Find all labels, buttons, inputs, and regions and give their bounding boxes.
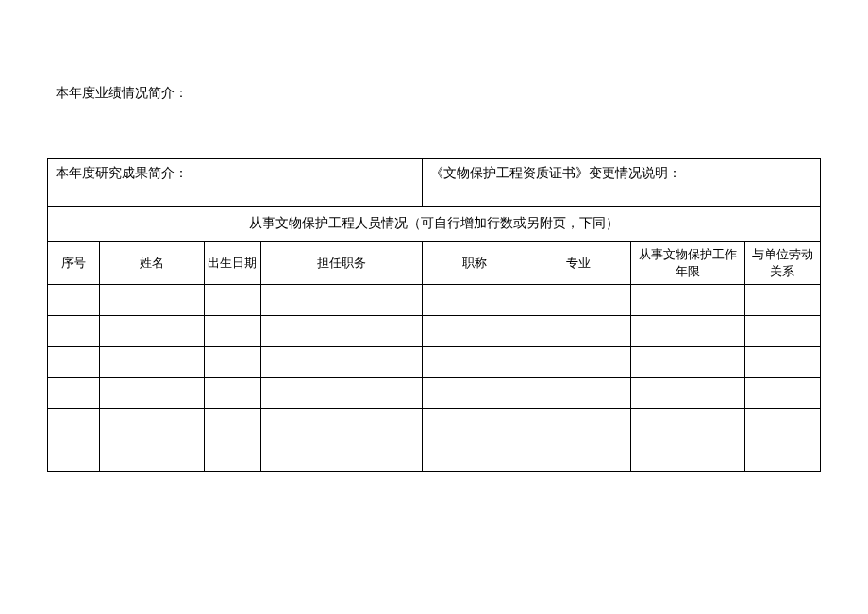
cert-change-label: 《文物保护工程资质证书》变更情况说明： (430, 166, 681, 180)
cert-change-cell: 《文物保护工程资质证书》变更情况说明： (422, 158, 820, 206)
cell-title (422, 408, 526, 440)
personnel-section-row: 从事文物保护工程人员情况（可自行增加行数或另附页，下同） (48, 206, 821, 241)
cell-name (100, 346, 205, 377)
header-title: 职称 (422, 241, 526, 284)
table-row (48, 408, 821, 440)
header-relation: 与单位劳动关系 (744, 241, 820, 284)
header-seq: 序号 (48, 241, 100, 284)
cell-seq (48, 440, 100, 471)
cell-name (100, 440, 205, 471)
cell-major (526, 284, 631, 315)
table-row (48, 284, 821, 315)
cell-years (630, 315, 744, 346)
cell-years (630, 284, 744, 315)
cell-years (630, 346, 744, 377)
cell-major (526, 377, 631, 408)
research-intro-cell: 本年度研究成果简介： (48, 158, 423, 206)
research-intro-label: 本年度研究成果简介： (56, 166, 188, 180)
cell-major (526, 315, 631, 346)
cell-years (630, 408, 744, 440)
header-major: 专业 (526, 241, 631, 284)
cell-duty (261, 315, 423, 346)
cell-relation (744, 315, 820, 346)
cell-dob (204, 377, 260, 408)
cell-relation (744, 346, 820, 377)
form-table: 本年度业绩情况简介： 本年度研究成果简介： 《文物保护工程资质证书》变更情况说明… (47, 85, 821, 472)
table-row (48, 377, 821, 408)
header-name: 姓名 (100, 241, 205, 284)
cell-relation (744, 377, 820, 408)
cell-title (422, 440, 526, 471)
cell-seq (48, 315, 100, 346)
header-duty: 担任职务 (261, 241, 423, 284)
header-dob: 出生日期 (204, 241, 260, 284)
cell-name (100, 408, 205, 440)
performance-intro-row: 本年度业绩情况简介： (48, 85, 821, 158)
cell-name (100, 284, 205, 315)
table-row (48, 315, 821, 346)
cell-dob (204, 284, 260, 315)
table-body (48, 284, 821, 471)
performance-intro-cell: 本年度业绩情况简介： (48, 85, 821, 158)
cell-title (422, 284, 526, 315)
cell-title (422, 377, 526, 408)
cell-duty (261, 346, 423, 377)
cell-seq (48, 377, 100, 408)
cell-major (526, 408, 631, 440)
cell-duty (261, 377, 423, 408)
cell-title (422, 346, 526, 377)
cell-seq (48, 284, 100, 315)
cell-years (630, 377, 744, 408)
table-row (48, 346, 821, 377)
personnel-section-label: 从事文物保护工程人员情况（可自行增加行数或另附页，下同） (249, 216, 619, 230)
cell-dob (204, 440, 260, 471)
cell-name (100, 377, 205, 408)
cell-years (630, 440, 744, 471)
cell-dob (204, 346, 260, 377)
cell-major (526, 346, 631, 377)
cell-duty (261, 440, 423, 471)
header-years: 从事文物保护工作年限 (630, 241, 744, 284)
cell-name (100, 315, 205, 346)
personnel-section-cell: 从事文物保护工程人员情况（可自行增加行数或另附页，下同） (48, 206, 821, 241)
cell-relation (744, 408, 820, 440)
split-row: 本年度研究成果简介： 《文物保护工程资质证书》变更情况说明： (48, 158, 821, 206)
performance-intro-label: 本年度业绩情况简介： (56, 86, 188, 100)
cell-seq (48, 408, 100, 440)
cell-title (422, 315, 526, 346)
form-container: 本年度业绩情况简介： 本年度研究成果简介： 《文物保护工程资质证书》变更情况说明… (47, 85, 821, 472)
cell-dob (204, 315, 260, 346)
cell-seq (48, 346, 100, 377)
cell-duty (261, 408, 423, 440)
cell-major (526, 440, 631, 471)
table-row (48, 440, 821, 471)
cell-duty (261, 284, 423, 315)
cell-dob (204, 408, 260, 440)
cell-relation (744, 284, 820, 315)
table-header-row: 序号 姓名 出生日期 担任职务 职称 专业 从事文物保护工作年限 与单位劳动关系 (48, 241, 821, 284)
cell-relation (744, 440, 820, 471)
